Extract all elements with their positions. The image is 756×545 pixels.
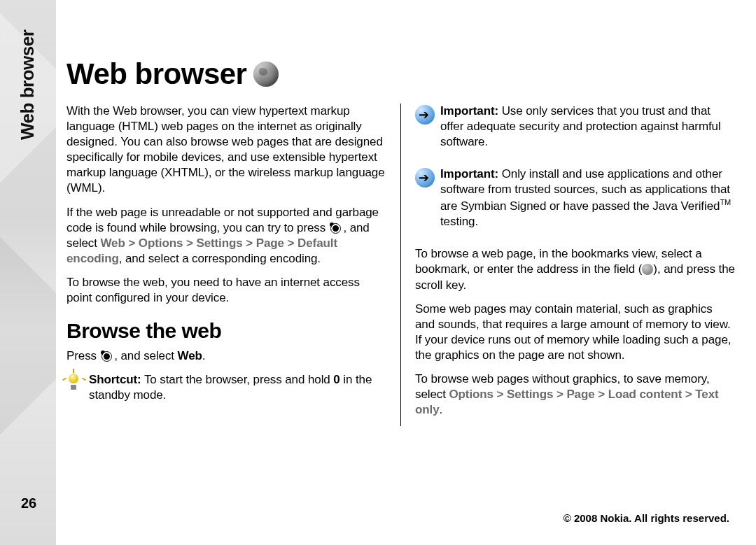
shortcut-tip: Shortcut: To start the browser, press an… [66,372,386,411]
encoding-paragraph: If the web page is unreadable or not sup… [66,205,386,267]
encoding-text-c: , and select a corresponding encoding. [119,252,321,265]
menu-settings: Settings [507,388,553,401]
important-icon [415,168,435,187]
important-2-text: Important: Only install and use applicat… [440,167,735,229]
page-title: Web browser [66,57,735,91]
menu-options: Options [139,236,183,250]
menu-page: Page [256,236,284,250]
trademark-symbol: TM [720,198,731,206]
press-web-label: Web [178,349,202,362]
menu-load-content: Load content [608,388,682,401]
important-note-2: Important: Only install and use applicat… [415,167,735,238]
menu-sep: > [556,388,564,401]
column-left: With the Web browser, you can view hyper… [66,104,401,426]
important-2-tail: testing. [440,215,478,228]
menu-key-icon [100,350,111,361]
shortcut-key-zero: 0 [333,373,340,386]
globe-icon [253,62,279,87]
menu-sep: > [497,388,504,401]
press-b: , and select [114,349,177,362]
shortcut-text: Shortcut: To start the browser, press an… [89,372,386,403]
shortcut-label: Shortcut: [89,373,141,386]
menu-sep: > [598,388,605,401]
menu-settings: Settings [196,236,242,250]
press-select-web: Press , and select Web. [66,348,386,364]
nographics-b: . [440,403,443,416]
access-point-paragraph: To browse the web, you need to have an i… [66,275,386,306]
important-2-label: Important: [440,167,498,181]
menu-sep: > [128,236,135,250]
page-number: 26 [21,495,36,511]
important-1-label: Important: [440,104,498,118]
menu-sep: > [186,236,193,250]
press-a: Press [66,349,100,362]
shortcut-a: To start the browser, press and hold [141,373,334,386]
memory-paragraph: Some web pages may contain material, suc… [415,302,735,363]
url-field-icon [642,264,653,275]
menu-sep: > [288,236,295,250]
column-right: Important: Use only services that you tr… [401,104,735,426]
menu-options: Options [449,388,493,401]
menu-key-icon [329,222,340,233]
menu-web: Web [100,236,125,250]
lightbulb-icon [66,374,82,392]
browse-bookmark-paragraph: To browse a web page, in the bookmarks v… [415,246,735,292]
running-head: Web browser [17,30,38,140]
intro-paragraph: With the Web browser, you can view hyper… [66,104,386,197]
title-text: Web browser [66,57,246,91]
menu-sep: > [685,388,692,401]
important-icon [415,105,435,125]
menu-sep: > [246,236,253,250]
page-content: Web browser With the Web browser, you ca… [66,57,735,426]
press-c: . [202,349,206,362]
left-gutter-decorative: Web browser [0,0,56,545]
menu-page: Page [566,388,594,401]
section-browse-the-web: Browse the web [66,317,386,344]
important-note-1: Important: Use only services that you tr… [415,104,735,158]
no-graphics-paragraph: To browse web pages without graphics, to… [415,371,735,418]
copyright-footer: © 2008 Nokia. All rights reserved. [564,512,729,524]
important-1-text: Important: Use only services that you tr… [440,104,735,150]
